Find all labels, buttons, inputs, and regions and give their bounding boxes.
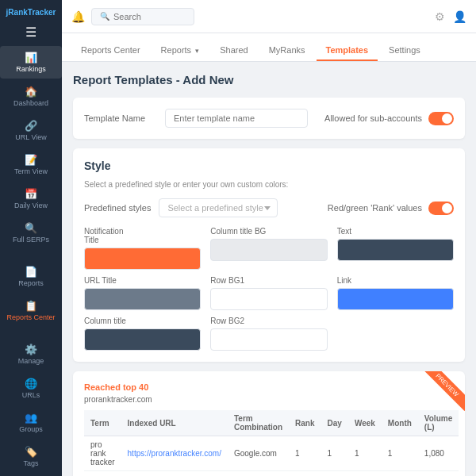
tabs-navigation: Reports Center Reports ▾ Shared MyRanks … [62, 33, 476, 62]
col-term-combination: Term Combination [228, 410, 289, 436]
hamburger-icon[interactable]: ☰ [25, 25, 36, 40]
reports-dropdown-arrow: ▾ [195, 47, 199, 55]
preview-url: proranktracker.com [84, 395, 454, 404]
preview-banner-wrapper: PREVIEW [417, 371, 465, 419]
text-color-swatch[interactable] [337, 239, 454, 261]
col-term: Term [84, 410, 121, 436]
cell-day: 1 [321, 436, 348, 471]
dashboard-icon: 🏠 [25, 86, 37, 98]
settings-icon[interactable]: ⚙ [435, 10, 445, 23]
template-name-card: Template Name Allowed for sub-accounts [73, 98, 465, 139]
col-week: Week [348, 410, 382, 436]
template-name-label: Template Name [84, 113, 155, 123]
sidebar-item-reports-center[interactable]: 📋 Reports Center [0, 294, 62, 327]
red-green-rank-label: Red/green 'Rank' values [328, 203, 422, 213]
sidebar-item-daily-view[interactable]: 📅 Daily View [0, 182, 62, 215]
manage-icon: ⚙️ [25, 344, 37, 355]
sidebar-item-dashboard[interactable]: 🏠 Dashboard [0, 80, 62, 113]
search-box[interactable]: 🔍 [91, 8, 194, 25]
tab-reports-center[interactable]: Reports Center [71, 40, 150, 61]
row-bg1-swatch[interactable] [210, 288, 327, 310]
sidebar-item-manage[interactable]: ⚙️ Manage [0, 338, 62, 370]
column-title-bg-label: Column title BG [210, 227, 327, 236]
row-bg2-label: Row BG2 [210, 317, 327, 325]
cell-combination: Google.com [228, 436, 289, 471]
user-icon[interactable]: 👤 [453, 10, 466, 23]
notification-title-label: NotificationTitle [84, 227, 201, 244]
notification-bell-icon[interactable]: 🔔 [71, 10, 85, 23]
content-area: Report Templates - Add New Template Name… [62, 62, 476, 476]
term-view-icon: 📝 [25, 154, 37, 166]
col-month: Month [382, 410, 418, 436]
link-color-label: Link [337, 276, 454, 285]
search-input[interactable] [113, 12, 186, 21]
url-title-label: URL Title [84, 276, 201, 285]
color-text: Text [337, 227, 454, 270]
main-content: 🔔 🔍 ⚙ 👤 Reports Center Reports ▾ Shared … [62, 0, 476, 476]
col-indexed-url: Indexed URL [121, 410, 228, 436]
urls-icon: 🌐 [25, 378, 37, 390]
row-bg2-swatch[interactable] [210, 328, 327, 351]
tab-shared[interactable]: Shared [210, 40, 257, 61]
sidebar-item-tags[interactable]: 🏷️ Tags [0, 440, 62, 473]
sidebar: jRankTracker ☰ 📊 Rankings 🏠 Dashboard 🔗 … [0, 0, 62, 476]
col-rank: Rank [289, 410, 321, 436]
daily-view-icon: 📅 [25, 188, 37, 200]
predefined-style-row: Predefined styles Select a predefined st… [84, 198, 454, 217]
table-row: pro rank tracker https://proranktracker.… [84, 436, 459, 471]
tab-settings[interactable]: Settings [379, 40, 430, 61]
sidebar-item-full-serps[interactable]: 🔍 Full SERPs [0, 217, 62, 249]
cell-rank: 1 [289, 436, 321, 471]
topbar: 🔔 🔍 ⚙ 👤 [62, 0, 476, 33]
tab-myranks[interactable]: MyRanks [259, 40, 315, 61]
color-url-title: URL Title [84, 276, 201, 310]
predefined-style-label: Predefined styles [84, 203, 151, 213]
sidebar-item-reports[interactable]: 📄 Reports [0, 260, 62, 293]
style-section-title: Style [84, 159, 454, 172]
notification-title-swatch[interactable] [84, 248, 201, 270]
sidebar-item-groups[interactable]: 👥 Groups [0, 406, 62, 439]
sidebar-item-term-view[interactable]: 📝 Term View [0, 148, 62, 181]
preview-table: Term Indexed URL Term Combination Rank D… [84, 410, 459, 471]
column-title-label: Column title [84, 317, 201, 325]
cell-indexed-url[interactable]: https://proranktracker.com/ [121, 436, 228, 471]
colors-grid: NotificationTitle Column title BG Text U… [84, 227, 454, 351]
preview-banner: PREVIEW [421, 371, 465, 411]
full-serps-icon: 🔍 [25, 222, 37, 234]
page-title: Report Templates - Add New [73, 73, 465, 86]
toggle-knob [442, 113, 452, 124]
color-link: Link [337, 276, 454, 310]
style-card: Style Select a predefined style or enter… [73, 148, 465, 362]
groups-icon: 👥 [25, 412, 37, 424]
rankings-icon: 📊 [25, 52, 37, 63]
color-row-bg1: Row BG1 [210, 276, 327, 310]
app-logo: jRankTracker [7, 8, 55, 17]
allowed-sub-accounts-row: Allowed for sub-accounts [324, 112, 454, 125]
allowed-sub-accounts-label: Allowed for sub-accounts [324, 113, 422, 123]
link-color-swatch[interactable] [337, 288, 454, 310]
tab-templates[interactable]: Templates [317, 40, 378, 61]
url-title-swatch[interactable] [84, 288, 201, 310]
style-section-subtitle: Select a predefined style or enter your … [84, 180, 454, 189]
column-title-bg-swatch[interactable] [210, 239, 327, 261]
tab-reports[interactable]: Reports ▾ [152, 40, 209, 61]
url-view-icon: 🔗 [25, 120, 37, 132]
color-row-bg2: Row BG2 [210, 317, 327, 351]
template-name-input[interactable] [165, 109, 308, 128]
color-column-title-bg: Column title BG [210, 227, 327, 270]
sidebar-item-rankings[interactable]: 📊 Rankings [0, 46, 62, 79]
red-green-rank-toggle[interactable] [428, 202, 454, 215]
search-icon: 🔍 [100, 12, 109, 21]
sidebar-item-urls[interactable]: 🌐 URLs [0, 372, 62, 405]
allowed-sub-accounts-toggle[interactable] [428, 112, 454, 125]
cell-week: 1 [348, 436, 382, 471]
column-title-swatch[interactable] [84, 328, 201, 351]
red-green-toggle-knob [442, 203, 452, 213]
predefined-style-select[interactable]: Select a predefined style [159, 198, 278, 217]
template-name-row: Template Name Allowed for sub-accounts [84, 109, 454, 128]
preview-reached-label: Reached top 40 [84, 382, 454, 392]
preview-table-header-row: Term Indexed URL Term Combination Rank D… [84, 410, 459, 436]
col-day: Day [321, 410, 348, 436]
color-column-title: Column title [84, 317, 201, 351]
sidebar-item-url-view[interactable]: 🔗 URL View [0, 114, 62, 147]
